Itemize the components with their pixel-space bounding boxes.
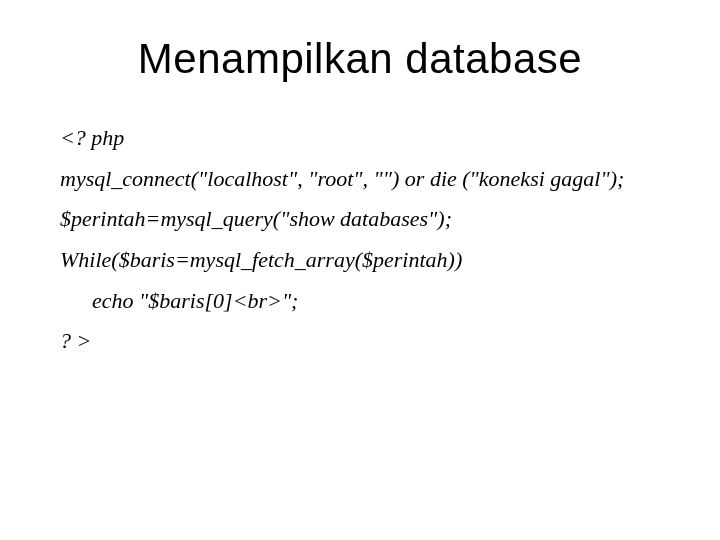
code-line-1: <? php [60, 118, 660, 159]
slide-title: Menampilkan database [60, 35, 660, 83]
code-line-6: ? > [60, 321, 660, 362]
code-block: <? php mysql_connect("localhost", "root"… [60, 118, 660, 362]
code-line-5: echo "$baris[0]<br>"; [60, 281, 660, 322]
code-line-2: mysql_connect("localhost", "root", "") o… [60, 159, 660, 200]
code-line-3: $perintah=mysql_query("show databases"); [60, 199, 660, 240]
code-line-4: While($baris=mysql_fetch_array($perintah… [60, 240, 660, 281]
